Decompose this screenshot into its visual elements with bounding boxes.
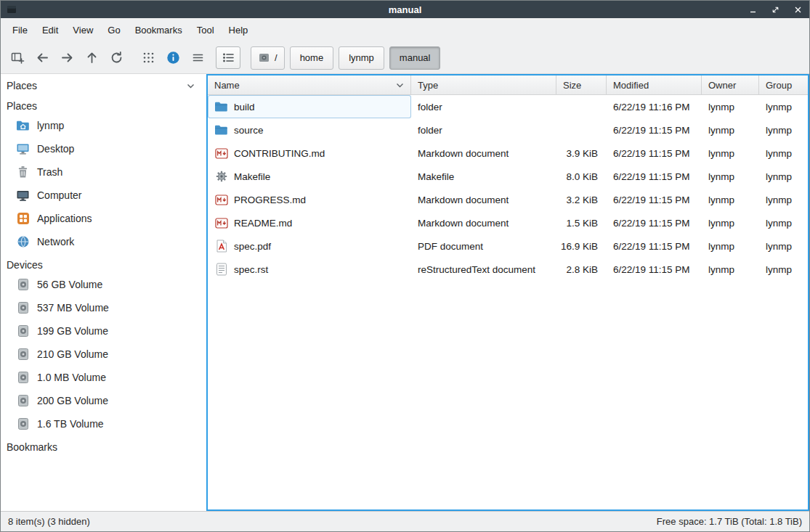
sidebar-item-trash[interactable]: Trash — [1, 160, 206, 184]
cell-size — [556, 118, 607, 142]
path-segment-lynmp[interactable]: lynmp — [339, 46, 384, 70]
toolbar: /homelynmpmanual — [1, 42, 809, 73]
cell-modified: 6/22/19 11:15 PM — [607, 211, 702, 234]
refresh-icon — [110, 51, 123, 65]
close-button[interactable] — [792, 4, 803, 15]
sidebar-item-network[interactable]: Network — [1, 230, 206, 253]
cell-owner: lynmp — [702, 211, 759, 234]
cell-owner: lynmp — [702, 165, 759, 188]
chevron-down-icon — [187, 83, 195, 89]
column-header-label: Name — [214, 80, 240, 91]
cell-type: Markdown document — [411, 211, 556, 234]
side-pane-mode-selector[interactable]: Places — [1, 74, 206, 94]
column-header-group[interactable]: Group — [759, 75, 808, 94]
sidebar-item-199-gb-volume[interactable]: 199 GB Volume — [1, 319, 206, 343]
sidebar-item-desktop[interactable]: Desktop — [1, 137, 206, 160]
file-row-makefile[interactable]: MakefileMakefile8.0 KiB6/22/19 11:15 PMl… — [208, 165, 808, 188]
window-controls — [747, 4, 803, 15]
sort-indicator-icon — [396, 83, 404, 88]
file-row-readme-md[interactable]: README.mdMarkdown document1.5 KiB6/22/19… — [208, 211, 808, 234]
restore-button[interactable] — [769, 4, 781, 15]
sidebar-section-bookmarks: Bookmarks — [1, 435, 206, 455]
sidebar-item-1-6-tb-volume[interactable]: 1.6 TB Volume — [1, 412, 206, 435]
info-button[interactable] — [162, 47, 184, 69]
file-list-body[interactable]: buildfolder6/22/19 11:16 PMlynmplynmpsou… — [208, 95, 808, 510]
cell-owner: lynmp — [702, 188, 759, 211]
column-header-name[interactable]: Name — [208, 75, 411, 94]
menu-tool[interactable]: Tool — [190, 20, 222, 40]
sidebar-item-537-mb-volume[interactable]: 537 MB Volume — [1, 296, 206, 319]
menubar: FileEditViewGoBookmarksToolHelp — [1, 18, 809, 42]
status-item-count: 8 item(s) (3 hidden) — [8, 516, 90, 527]
cell-modified: 6/22/19 11:15 PM — [607, 234, 702, 258]
cell-type: PDF document — [411, 234, 556, 258]
column-header-owner[interactable]: Owner — [702, 75, 759, 94]
cell-modified: 6/22/19 11:15 PM — [607, 258, 702, 281]
column-header-size[interactable]: Size — [556, 75, 607, 94]
file-row-spec-pdf[interactable]: spec.pdfPDF document16.9 KiB6/22/19 11:1… — [208, 234, 808, 258]
sidebar-item-56-gb-volume[interactable]: 56 GB Volume — [1, 273, 206, 296]
sidebar-item-computer[interactable]: Computer — [1, 184, 206, 207]
folder-icon — [214, 124, 228, 136]
sidebar-item-lynmp[interactable]: lynmp — [1, 114, 206, 137]
file-name-label: spec.rst — [234, 264, 268, 275]
file-row-contributing-md[interactable]: CONTRIBUTING.mdMarkdown document3.9 KiB6… — [208, 142, 808, 165]
file-row-progress-md[interactable]: PROGRESS.mdMarkdown document3.2 KiB6/22/… — [208, 188, 808, 211]
menu-edit[interactable]: Edit — [35, 20, 65, 40]
menu-view[interactable]: View — [65, 20, 100, 40]
sidebar-item-applications[interactable]: Applications — [1, 207, 206, 230]
cell-group: lynmp — [759, 234, 808, 258]
sidebar-item-210-gb-volume[interactable]: 210 GB Volume — [1, 343, 206, 366]
file-manager-icon — [7, 4, 17, 15]
cell-group: lynmp — [759, 95, 808, 118]
cell-group: lynmp — [759, 188, 808, 211]
menu-file[interactable]: File — [5, 20, 35, 40]
cell-name: Makefile — [208, 165, 411, 188]
hamburger-icon — [191, 51, 205, 65]
path-segment-home[interactable]: home — [290, 46, 334, 70]
menu-bookmarks[interactable]: Bookmarks — [128, 20, 190, 40]
menu-button[interactable] — [187, 47, 208, 69]
status-free-space: Free space: 1.7 TiB (Total: 1.8 TiB) — [657, 516, 802, 527]
folder-icon — [214, 101, 228, 112]
menu-help[interactable]: Help — [222, 20, 256, 40]
column-header-modified[interactable]: Modified — [607, 75, 702, 94]
icon-view-button[interactable] — [137, 47, 159, 69]
path-segment-manual[interactable]: manual — [389, 46, 441, 70]
up-button[interactable] — [81, 47, 102, 69]
sidebar-item-label: 199 GB Volume — [37, 325, 108, 337]
cell-size — [556, 95, 607, 118]
titlebar[interactable]: manual — [1, 1, 809, 18]
side-pane-title: Places — [7, 80, 37, 91]
cell-name: spec.pdf — [208, 234, 411, 258]
minimize-button[interactable] — [747, 4, 758, 15]
menu-go[interactable]: Go — [100, 20, 127, 40]
sidebar-item-label: 56 GB Volume — [37, 279, 102, 290]
file-row-spec-rst[interactable]: spec.rstreStructuredText document2.8 KiB… — [208, 258, 808, 281]
file-row-build[interactable]: buildfolder6/22/19 11:16 PMlynmplynmp — [208, 95, 808, 118]
forward-button[interactable] — [56, 47, 78, 69]
cell-size: 16.9 KiB — [556, 234, 607, 258]
cell-size: 1.5 KiB — [556, 211, 607, 234]
new-tab-button[interactable] — [7, 47, 28, 69]
back-button[interactable] — [31, 47, 53, 69]
cell-owner: lynmp — [702, 234, 759, 258]
sidebar-item-200-gb-volume[interactable]: 200 GB Volume — [1, 389, 206, 412]
path-segment-root[interactable]: / — [251, 46, 285, 70]
home-folder-icon — [16, 120, 30, 131]
file-row-source[interactable]: sourcefolder6/22/19 11:15 PMlynmplynmp — [208, 118, 808, 142]
cell-group: lynmp — [759, 258, 808, 281]
list-view-icon — [222, 51, 235, 65]
path-segment-label: home — [300, 52, 324, 63]
makefile-icon — [214, 170, 228, 183]
sidebar-item-label: Network — [37, 236, 74, 247]
refresh-button[interactable] — [105, 47, 127, 69]
volume-icon — [16, 301, 30, 314]
list-view-button[interactable] — [216, 46, 240, 69]
sidebar-item-1-0-mb-volume[interactable]: 1.0 MB Volume — [1, 366, 206, 389]
column-header-type[interactable]: Type — [411, 75, 556, 94]
cell-type: folder — [411, 95, 556, 118]
column-header-label: Size — [563, 80, 581, 91]
cell-owner: lynmp — [702, 95, 759, 118]
grid-icon — [142, 51, 155, 65]
